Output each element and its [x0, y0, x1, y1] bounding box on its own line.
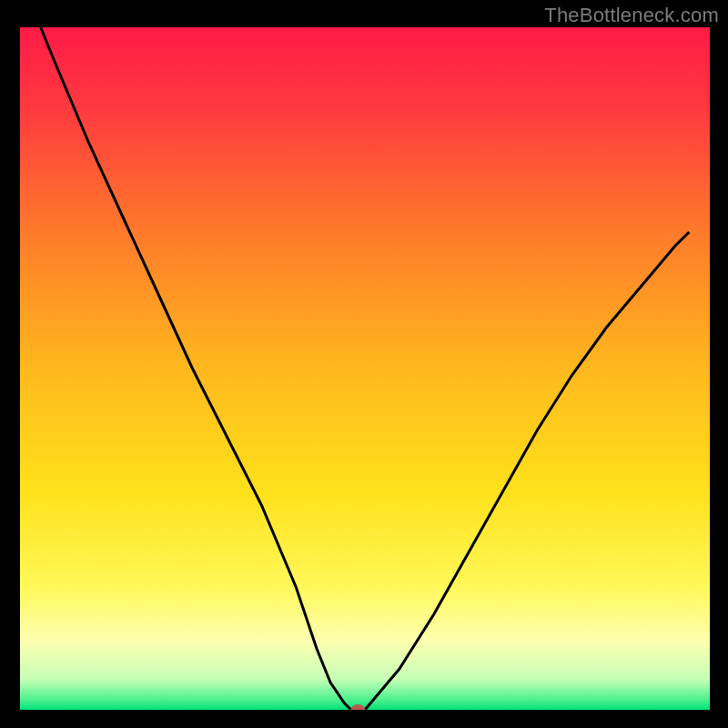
plot-frame-right: [710, 0, 728, 728]
plot-frame-left: [0, 0, 20, 728]
watermark-text: TheBottleneck.com: [544, 4, 719, 27]
plot-frame-bottom: [0, 710, 728, 728]
bottleneck-chart: [0, 0, 728, 728]
chart-stage: TheBottleneck.com: [0, 0, 728, 728]
plot-background: [20, 27, 710, 710]
